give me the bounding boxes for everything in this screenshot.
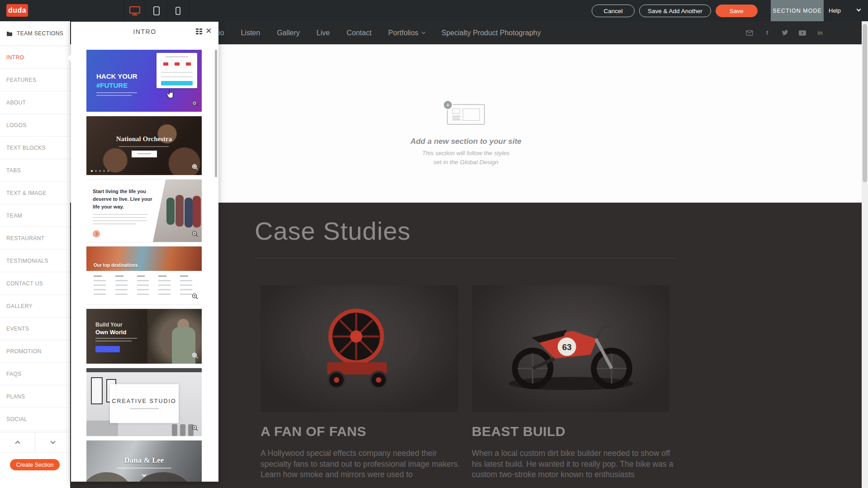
template-thumbnail-hack-your-future[interactable]: HACK YOUR #FUTURE [86,50,202,112]
page-scrollbar[interactable] [862,21,868,488]
case-studies-heading: Case Studies [255,216,411,246]
nav-item-contact[interactable]: Contact [346,29,371,37]
thumb-title: Start living the life you deserve to liv… [93,188,154,211]
duda-logo[interactable]: duda [6,4,28,17]
nav-item-live[interactable]: Live [317,29,330,37]
nav-item-listen[interactable]: Listen [241,29,260,37]
template-thumbnail-national-orchestra[interactable]: National Orchestra [86,116,202,175]
template-thumbnail-build-your-own-world[interactable]: Build Your Own World [86,309,202,364]
template-thumbnail-start-living[interactable]: Start living the life you deserve to liv… [86,180,202,242]
create-section-button[interactable]: Create Section [10,459,60,470]
magnifier-icon[interactable] [192,164,199,172]
template-thumbnail-creative-studio[interactable]: CREATIVE STUDIO [86,368,202,436]
sidebar-item-testimonials[interactable]: TESTIMONIALS [0,250,70,272]
sidebar-item-faqs[interactable]: FAQS [0,363,70,385]
tablet-preview-button[interactable] [145,0,167,21]
case-study-text: A Hollywood special effects company need… [261,448,465,480]
chevron-up-icon [15,441,20,445]
cancel-button[interactable]: Cancel [592,5,635,17]
grid-view-icon[interactable] [196,28,202,34]
facebook-icon[interactable]: f [764,29,771,37]
sidebar-item-contact-us[interactable]: CONTACT US [0,272,70,295]
nav-item-gallery[interactable]: Gallery [277,29,300,37]
close-icon[interactable]: ✕ [205,27,213,36]
email-icon[interactable] [746,29,753,37]
youtube-icon[interactable] [799,29,806,37]
nav-item-specialty-product-photography[interactable]: Specialty Product Photography [441,29,541,37]
mobile-icon [175,7,180,15]
scroll-up-button[interactable] [0,432,35,452]
sidebar-item-events[interactable]: EVENTS [0,317,70,340]
folder-icon [6,31,13,36]
thumb-title: Dana & Lee [86,456,202,465]
sidebar-item-intro[interactable]: INTRO [0,46,70,69]
magnifier-icon[interactable] [192,352,199,361]
case-study-card-fan: A FAN OF FANS A Hollywood special effect… [261,285,458,480]
magnifier-icon[interactable] [192,231,199,239]
sidebar-item-text-and-image[interactable]: TEXT & IMAGE [0,182,70,204]
intro-sections-panel: INTRO ✕ HACK YOUR #FUTURE National O [71,22,218,482]
scroll-down-button[interactable] [35,432,70,452]
case-study-title: BEAST BUILD [472,424,669,439]
desktop-preview-button[interactable] [123,0,145,21]
heading-divider [255,258,675,258]
thumb-subtitle: #FUTURE [96,81,128,89]
thumb-title: Build Your [95,322,123,328]
sidebar-item-promotion[interactable]: PROMOTION [0,340,70,363]
template-thumbnail-dana-and-lee[interactable]: Dana & Lee [86,441,202,482]
magnifier-icon[interactable] [192,100,199,109]
sidebar-item-features[interactable]: FEATURES [0,69,70,91]
thumb-title: Our top destinations [94,263,138,268]
help-menu[interactable]: Help [829,0,841,21]
help-chevron-down-icon[interactable] [857,7,861,12]
sidebar-item-gallery[interactable]: GALLERY [0,295,70,317]
case-study-card-bike: 63 BEAST BUILD When a local custom dirt … [472,285,669,480]
device-preview-switcher [123,0,189,21]
thumb-cta-button [95,346,120,352]
app-topbar: duda Cancel Save & Add Another Save SECT… [0,0,868,21]
sidebar-item-about[interactable]: ABOUT [0,91,70,114]
sidebar-header-label: TEAM SECTIONS [17,30,63,37]
bike-plate-number: 63 [562,342,571,352]
site-nav-links: io Listen Gallery Live Contact Portfolio… [218,21,541,44]
tablet-icon [153,6,160,15]
page-scrollbar-thumb[interactable] [863,24,867,182]
section-template-list: HACK YOUR #FUTURE National Orchestra [86,50,202,482]
sidebar-item-team[interactable]: TEAM [0,204,70,227]
sidebar-item-restaurant[interactable]: RESTAURANT [0,227,70,250]
chevron-down-icon [50,439,55,444]
sidebar-item-social[interactable]: SOCIAL [0,408,70,431]
sidebar-item-plans[interactable]: PLANS [0,385,70,408]
sidebar-item-text-blocks[interactable]: TEXT BLOCKS [0,137,70,159]
thumb-cta-button [161,81,193,85]
desktop-icon [129,6,141,16]
nav-item-portfolios[interactable]: Portfolios [388,29,425,37]
panel-header: INTRO ✕ [71,22,218,42]
save-button[interactable]: Save [716,5,758,17]
save-and-add-another-button[interactable]: Save & Add Another [639,5,711,17]
mobile-preview-button[interactable] [167,0,189,21]
case-study-text: When a local custom dirt bike builder ne… [472,448,676,480]
template-thumbnail-top-destinations[interactable]: Our top destinations [86,246,202,304]
twitter-icon[interactable] [781,29,788,37]
panel-scrollbar-thumb[interactable] [215,50,217,177]
linkedin-icon[interactable]: in [816,29,824,37]
social-icons: f in [746,21,824,44]
sidebar-header: TEAM SECTIONS [0,21,70,46]
nav-item-truncated[interactable]: io [218,29,224,37]
magnifier-icon[interactable] [192,425,199,433]
magnifier-icon[interactable] [192,293,199,302]
panel-title: INTRO [133,28,156,35]
thumb-title: National Orchestra [86,135,202,143]
case-study-title: A FAN OF FANS [261,424,458,439]
plus-icon: + [443,100,453,110]
thumb-title: HACK YOUR [96,72,138,80]
thumb-cta-circle [93,230,100,237]
section-mode-badge: SECTION MODE [771,0,824,21]
thumb-subtitle: Own World [95,329,126,336]
countdown-card [157,53,197,88]
fan-machine-photo [261,285,458,412]
sidebar-item-logos[interactable]: LOGOS [0,114,70,137]
chevron-down-icon [422,30,425,34]
sidebar-item-tabs[interactable]: TABS [0,159,70,182]
